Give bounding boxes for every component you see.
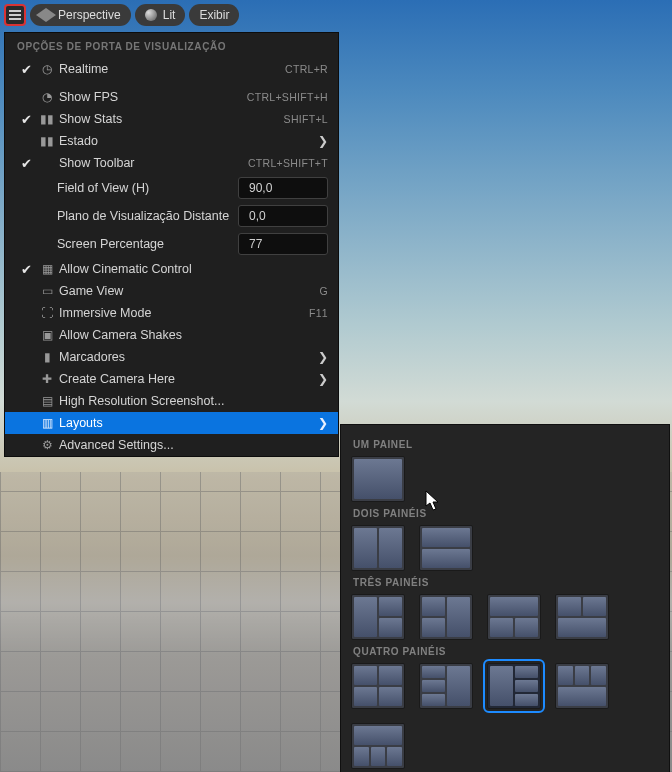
shortcut-label: F11: [309, 307, 328, 319]
menu-hires-screenshot[interactable]: ▤ High Resolution Screenshot...: [5, 390, 338, 412]
lit-label: Lit: [163, 8, 176, 22]
menu-create-camera[interactable]: ✚ Create Camera Here ❯: [5, 368, 338, 390]
menu-item-label: Immersive Mode: [57, 306, 309, 320]
shortcut-label: G: [320, 285, 328, 297]
layout-three-d[interactable]: [555, 594, 609, 640]
layout-four-c[interactable]: [487, 663, 541, 709]
menu-allow-camera-shakes[interactable]: ▣ Allow Camera Shakes: [5, 324, 338, 346]
bookmark-icon: ▮: [37, 350, 57, 364]
picture-icon: ▤: [37, 394, 57, 408]
menu-section-header: OPÇÕES DE PORTA DE VISUALIZAÇÃO: [5, 33, 338, 58]
submenu-header-one: UM PAINEL: [353, 439, 659, 450]
menu-screen-percentage: Screen Percentage: [5, 230, 338, 258]
menu-item-label: Allow Cinematic Control: [57, 262, 328, 276]
camera-icon: ▣: [37, 328, 57, 342]
viewport-options-menu: OPÇÕES DE PORTA DE VISUALIZAÇÃO ✔ ◷ Real…: [4, 32, 339, 457]
hamburger-icon: [9, 10, 21, 20]
layout-four-b[interactable]: [419, 663, 473, 709]
menu-item-label: Advanced Settings...: [57, 438, 328, 452]
sphere-icon: [145, 9, 157, 21]
chevron-right-icon: ❯: [312, 416, 328, 430]
menu-item-label: Show Stats: [57, 112, 284, 126]
layout-three-a[interactable]: [351, 594, 405, 640]
input-label: Field of View (H): [57, 181, 238, 195]
expand-icon: ⛶: [37, 306, 57, 320]
chevron-right-icon: ❯: [312, 350, 328, 364]
fov-input[interactable]: [238, 177, 328, 199]
check-icon: ✔: [15, 262, 37, 277]
submenu-header-two: DOIS PAINÉIS: [353, 508, 659, 519]
menu-item-label: Game View: [57, 284, 320, 298]
clock-icon: ◷: [37, 62, 57, 76]
bars-icon: ▮▮: [37, 134, 57, 148]
gamepad-icon: ▭: [37, 284, 57, 298]
layout-four-quad[interactable]: [351, 663, 405, 709]
layout-two-vertical[interactable]: [351, 525, 405, 571]
chevron-right-icon: ❯: [312, 372, 328, 386]
lit-button[interactable]: Lit: [135, 4, 186, 26]
menu-allow-cinematic[interactable]: ✔ ▦ Allow Cinematic Control: [5, 258, 338, 280]
layout-three-c[interactable]: [487, 594, 541, 640]
layout-icon: ▥: [37, 416, 57, 430]
menu-advanced-settings[interactable]: ⚙ Advanced Settings...: [5, 434, 338, 456]
submenu-header-four: QUATRO PAINÉIS: [353, 646, 659, 657]
bars-icon: ▮▮: [37, 112, 57, 126]
layout-two-horizontal[interactable]: [419, 525, 473, 571]
layout-three-b[interactable]: [419, 594, 473, 640]
menu-layouts[interactable]: ▥ Layouts ❯: [5, 412, 338, 434]
shortcut-label: CTRL+SHIFT+H: [247, 91, 328, 103]
menu-item-label: High Resolution Screenshot...: [57, 394, 328, 408]
menu-marcadores[interactable]: ▮ Marcadores ❯: [5, 346, 338, 368]
far-plane-input[interactable]: [238, 205, 328, 227]
layouts-submenu: UM PAINEL DOIS PAINÉIS TRÊS PAINÉIS QUAT…: [340, 424, 670, 772]
menu-game-view[interactable]: ▭ Game View G: [5, 280, 338, 302]
menu-field-of-view: Field of View (H): [5, 174, 338, 202]
menu-item-label: Estado: [57, 134, 312, 148]
screen-percentage-input[interactable]: [238, 233, 328, 255]
check-icon: ✔: [15, 156, 37, 171]
menu-show-stats[interactable]: ✔ ▮▮ Show Stats SHIFT+L: [5, 108, 338, 130]
menu-far-plane: Plano de Visualização Distante: [5, 202, 338, 230]
menu-show-toolbar[interactable]: ✔ Show Toolbar CTRL+SHIFT+T: [5, 152, 338, 174]
film-icon: ▦: [37, 262, 57, 276]
menu-item-label: Create Camera Here: [57, 372, 312, 386]
shortcut-label: CTRL+R: [285, 63, 328, 75]
layout-one-panel[interactable]: [351, 456, 405, 502]
viewport-toolbar: Perspective Lit Exibir: [4, 4, 239, 26]
menu-item-label: Marcadores: [57, 350, 312, 364]
layout-four-e[interactable]: [351, 723, 405, 769]
cube-icon: [36, 8, 56, 22]
cursor-icon: [425, 490, 441, 512]
viewport-options-button[interactable]: [4, 4, 26, 26]
camera-plus-icon: ✚: [37, 372, 57, 386]
gauge-icon: ◔: [37, 90, 57, 104]
menu-item-label: Allow Camera Shakes: [57, 328, 328, 342]
show-label: Exibir: [199, 8, 229, 22]
gear-icon: ⚙: [37, 438, 57, 452]
perspective-button[interactable]: Perspective: [30, 4, 131, 26]
shortcut-label: SHIFT+L: [284, 113, 328, 125]
menu-item-label: Realtime: [57, 62, 285, 76]
show-button[interactable]: Exibir: [189, 4, 239, 26]
check-icon: ✔: [15, 112, 37, 127]
menu-immersive-mode[interactable]: ⛶ Immersive Mode F11: [5, 302, 338, 324]
shortcut-label: CTRL+SHIFT+T: [248, 157, 328, 169]
check-icon: ✔: [15, 62, 37, 77]
input-label: Plano de Visualização Distante: [57, 209, 238, 223]
submenu-header-three: TRÊS PAINÉIS: [353, 577, 659, 588]
menu-realtime[interactable]: ✔ ◷ Realtime CTRL+R: [5, 58, 338, 80]
layout-four-d[interactable]: [555, 663, 609, 709]
menu-item-label: Layouts: [57, 416, 312, 430]
chevron-right-icon: ❯: [312, 134, 328, 148]
menu-item-label: Show Toolbar: [57, 156, 248, 170]
perspective-label: Perspective: [58, 8, 121, 22]
input-label: Screen Percentage: [57, 237, 238, 251]
menu-estado[interactable]: ▮▮ Estado ❯: [5, 130, 338, 152]
menu-show-fps[interactable]: ◔ Show FPS CTRL+SHIFT+H: [5, 86, 338, 108]
menu-item-label: Show FPS: [57, 90, 247, 104]
